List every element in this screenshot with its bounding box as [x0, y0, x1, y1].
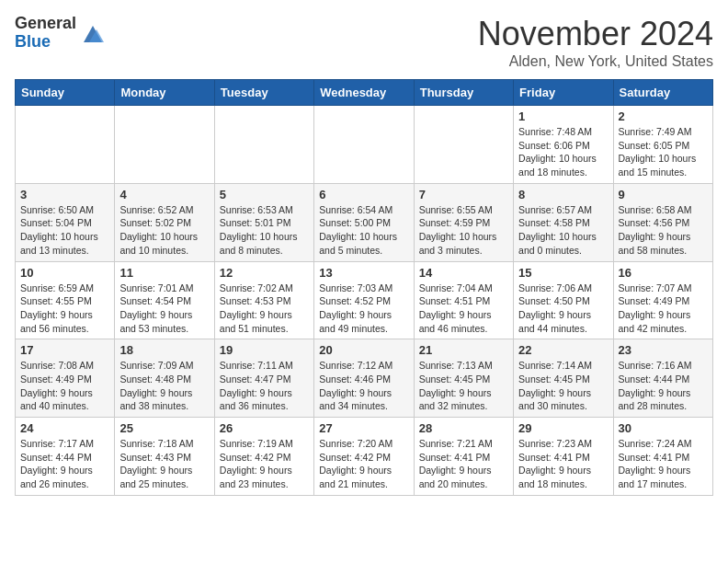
day-info: Sunrise: 7:18 AM Sunset: 4:43 PM Dayligh…	[119, 437, 209, 491]
day-info: Sunrise: 7:24 AM Sunset: 4:41 PM Dayligh…	[619, 437, 708, 491]
calendar-cell	[414, 106, 513, 184]
weekday-header-sunday: Sunday	[16, 80, 115, 106]
calendar-cell	[314, 106, 414, 184]
calendar-cell: 17Sunrise: 7:08 AM Sunset: 4:49 PM Dayli…	[16, 339, 115, 418]
calendar-cell: 21Sunrise: 7:13 AM Sunset: 4:45 PM Dayli…	[414, 339, 513, 418]
day-info: Sunrise: 6:57 AM Sunset: 4:58 PM Dayligh…	[518, 203, 608, 258]
day-info: Sunrise: 6:55 AM Sunset: 4:59 PM Dayligh…	[419, 203, 508, 258]
calendar-cell: 15Sunrise: 7:06 AM Sunset: 4:50 PM Dayli…	[514, 261, 613, 339]
logo-general: General	[15, 15, 76, 33]
calendar-cell: 24Sunrise: 7:17 AM Sunset: 4:44 PM Dayli…	[16, 418, 115, 496]
day-number: 1	[518, 109, 608, 123]
calendar-cell: 11Sunrise: 7:01 AM Sunset: 4:54 PM Dayli…	[115, 261, 214, 339]
calendar-cell: 22Sunrise: 7:14 AM Sunset: 4:45 PM Dayli…	[514, 339, 613, 418]
logo: General Blue	[15, 15, 106, 52]
day-info: Sunrise: 6:58 AM Sunset: 4:56 PM Dayligh…	[619, 203, 708, 258]
calendar-cell	[214, 106, 313, 184]
day-info: Sunrise: 7:20 AM Sunset: 4:42 PM Dayligh…	[319, 437, 408, 491]
month-title: November 2024	[478, 15, 713, 53]
day-info: Sunrise: 7:12 AM Sunset: 4:46 PM Dayligh…	[319, 359, 408, 413]
calendar-cell	[16, 106, 115, 184]
calendar-cell: 3Sunrise: 6:50 AM Sunset: 5:04 PM Daylig…	[16, 183, 115, 261]
day-number: 13	[319, 266, 408, 280]
day-info: Sunrise: 7:21 AM Sunset: 4:41 PM Dayligh…	[419, 437, 508, 491]
weekday-header-saturday: Saturday	[613, 80, 712, 106]
logo-blue: Blue	[15, 33, 76, 52]
day-info: Sunrise: 7:48 AM Sunset: 6:06 PM Dayligh…	[518, 125, 608, 179]
calendar-week-3: 10Sunrise: 6:59 AM Sunset: 4:55 PM Dayli…	[16, 261, 713, 339]
location: Alden, New York, United States	[478, 53, 713, 70]
calendar-cell: 1Sunrise: 7:48 AM Sunset: 6:06 PM Daylig…	[514, 106, 613, 184]
calendar-cell: 29Sunrise: 7:23 AM Sunset: 4:41 PM Dayli…	[514, 418, 613, 496]
calendar-cell: 25Sunrise: 7:18 AM Sunset: 4:43 PM Dayli…	[115, 418, 214, 496]
day-number: 4	[119, 188, 209, 201]
day-info: Sunrise: 7:02 AM Sunset: 4:53 PM Dayligh…	[220, 282, 309, 336]
day-number: 11	[119, 266, 209, 280]
day-number: 12	[220, 266, 309, 280]
calendar-cell: 27Sunrise: 7:20 AM Sunset: 4:42 PM Dayli…	[314, 418, 414, 496]
day-info: Sunrise: 7:17 AM Sunset: 4:44 PM Dayligh…	[20, 437, 109, 491]
calendar-week-1: 1Sunrise: 7:48 AM Sunset: 6:06 PM Daylig…	[16, 106, 713, 184]
calendar-cell: 26Sunrise: 7:19 AM Sunset: 4:42 PM Dayli…	[214, 418, 313, 496]
day-number: 28	[419, 421, 508, 435]
day-number: 24	[20, 421, 109, 435]
logo-icon	[80, 20, 106, 46]
calendar-cell: 13Sunrise: 7:03 AM Sunset: 4:52 PM Dayli…	[314, 261, 414, 339]
day-number: 3	[20, 188, 109, 201]
calendar-cell: 8Sunrise: 6:57 AM Sunset: 4:58 PM Daylig…	[514, 183, 613, 261]
day-number: 22	[518, 343, 608, 357]
day-number: 30	[619, 421, 708, 435]
day-number: 27	[319, 421, 408, 435]
weekday-header-wednesday: Wednesday	[314, 80, 414, 106]
calendar-cell: 7Sunrise: 6:55 AM Sunset: 4:59 PM Daylig…	[414, 183, 513, 261]
day-info: Sunrise: 7:11 AM Sunset: 4:47 PM Dayligh…	[220, 359, 309, 413]
day-number: 17	[20, 343, 109, 357]
calendar-cell: 2Sunrise: 7:49 AM Sunset: 6:05 PM Daylig…	[613, 106, 712, 184]
day-number: 18	[119, 343, 209, 357]
day-number: 19	[220, 343, 309, 357]
calendar-cell: 12Sunrise: 7:02 AM Sunset: 4:53 PM Dayli…	[214, 261, 313, 339]
calendar-table: SundayMondayTuesdayWednesdayThursdayFrid…	[15, 79, 713, 496]
calendar-cell: 5Sunrise: 6:53 AM Sunset: 5:01 PM Daylig…	[214, 183, 313, 261]
calendar-cell: 16Sunrise: 7:07 AM Sunset: 4:49 PM Dayli…	[613, 261, 712, 339]
day-number: 5	[220, 188, 309, 201]
calendar-cell: 14Sunrise: 7:04 AM Sunset: 4:51 PM Dayli…	[414, 261, 513, 339]
calendar-cell: 28Sunrise: 7:21 AM Sunset: 4:41 PM Dayli…	[414, 418, 513, 496]
day-number: 26	[220, 421, 309, 435]
day-number: 14	[419, 266, 508, 280]
day-info: Sunrise: 7:16 AM Sunset: 4:44 PM Dayligh…	[619, 359, 708, 413]
calendar-week-5: 24Sunrise: 7:17 AM Sunset: 4:44 PM Dayli…	[16, 418, 713, 496]
day-info: Sunrise: 7:09 AM Sunset: 4:48 PM Dayligh…	[119, 359, 209, 413]
day-info: Sunrise: 7:04 AM Sunset: 4:51 PM Dayligh…	[419, 282, 508, 336]
calendar-cell: 9Sunrise: 6:58 AM Sunset: 4:56 PM Daylig…	[613, 183, 712, 261]
day-info: Sunrise: 7:06 AM Sunset: 4:50 PM Dayligh…	[518, 282, 608, 336]
day-number: 29	[518, 421, 608, 435]
day-info: Sunrise: 7:19 AM Sunset: 4:42 PM Dayligh…	[220, 437, 309, 491]
calendar-cell	[115, 106, 214, 184]
day-info: Sunrise: 6:50 AM Sunset: 5:04 PM Dayligh…	[20, 203, 109, 258]
day-number: 2	[619, 109, 708, 123]
day-number: 16	[619, 266, 708, 280]
day-number: 9	[619, 188, 708, 201]
calendar-cell: 18Sunrise: 7:09 AM Sunset: 4:48 PM Dayli…	[115, 339, 214, 418]
calendar-week-2: 3Sunrise: 6:50 AM Sunset: 5:04 PM Daylig…	[16, 183, 713, 261]
day-info: Sunrise: 7:23 AM Sunset: 4:41 PM Dayligh…	[518, 437, 608, 491]
calendar-cell: 10Sunrise: 6:59 AM Sunset: 4:55 PM Dayli…	[16, 261, 115, 339]
calendar-cell: 23Sunrise: 7:16 AM Sunset: 4:44 PM Dayli…	[613, 339, 712, 418]
calendar-cell: 6Sunrise: 6:54 AM Sunset: 5:00 PM Daylig…	[314, 183, 414, 261]
calendar-cell: 20Sunrise: 7:12 AM Sunset: 4:46 PM Dayli…	[314, 339, 414, 418]
day-info: Sunrise: 7:01 AM Sunset: 4:54 PM Dayligh…	[119, 282, 209, 336]
day-number: 8	[518, 188, 608, 201]
weekday-header-row: SundayMondayTuesdayWednesdayThursdayFrid…	[16, 80, 713, 106]
day-number: 21	[419, 343, 508, 357]
calendar-week-4: 17Sunrise: 7:08 AM Sunset: 4:49 PM Dayli…	[16, 339, 713, 418]
day-info: Sunrise: 6:54 AM Sunset: 5:00 PM Dayligh…	[319, 203, 408, 258]
day-info: Sunrise: 7:07 AM Sunset: 4:49 PM Dayligh…	[619, 282, 708, 336]
day-info: Sunrise: 7:13 AM Sunset: 4:45 PM Dayligh…	[419, 359, 508, 413]
title-block: November 2024 Alden, New York, United St…	[478, 15, 713, 70]
day-info: Sunrise: 6:52 AM Sunset: 5:02 PM Dayligh…	[119, 203, 209, 258]
day-info: Sunrise: 6:59 AM Sunset: 4:55 PM Dayligh…	[20, 282, 109, 336]
day-info: Sunrise: 7:49 AM Sunset: 6:05 PM Dayligh…	[619, 125, 708, 179]
day-number: 7	[419, 188, 508, 201]
day-number: 25	[119, 421, 209, 435]
